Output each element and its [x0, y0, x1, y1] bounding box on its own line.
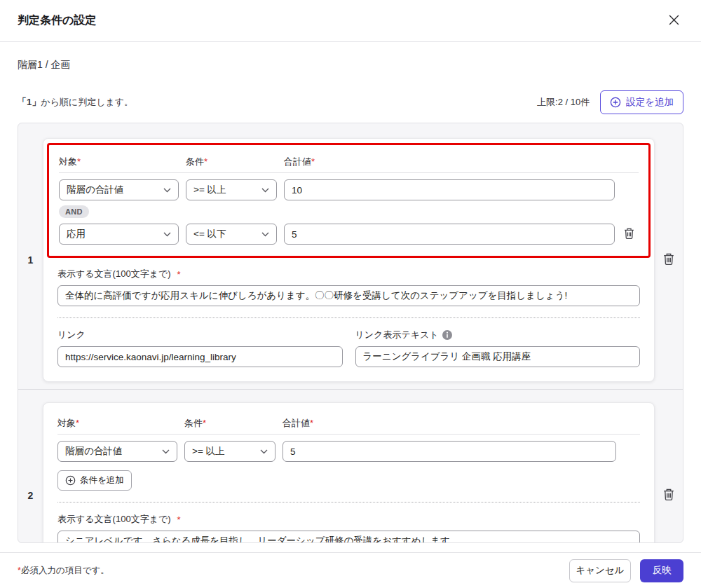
add-setting-label: 設定を追加 [626, 96, 674, 109]
card-trash-button[interactable] [661, 486, 676, 505]
total-column-label: 合計値* [284, 156, 615, 168]
condition-highlight-box: 対象* 条件* 合計値* 階層の合計値 >= 以上 [47, 143, 651, 258]
required-marker: * [203, 418, 206, 428]
modal-header: 判定条件の設定 [0, 0, 701, 42]
link-text-label: リンク表示テキスト [355, 329, 641, 341]
total-value-input[interactable] [284, 179, 615, 200]
required-marker: * [177, 514, 181, 525]
setting-card-1: 対象* 条件* 合計値* 階層の合計値 >= 以上 [43, 138, 655, 382]
target-column-label: 対象* [57, 417, 177, 430]
operator-select[interactable]: <= 以下 [186, 224, 277, 245]
link-url-input[interactable] [57, 346, 343, 367]
add-condition-label: 条件を追加 [80, 474, 124, 486]
target-column-label: 対象* [59, 156, 179, 168]
chevron-down-icon [163, 188, 171, 193]
order-note-number: 「1」 [18, 97, 41, 107]
condition-row: 応用 <= 以下 [59, 224, 639, 245]
required-marker: * [204, 156, 207, 167]
add-condition-button[interactable]: 条件を追加 [57, 470, 132, 491]
required-marker: * [310, 418, 313, 428]
chevron-down-icon [162, 449, 170, 454]
required-note: *必須入力の項目です。 [18, 565, 109, 577]
setting-row-2: 2 対象* 条件* 合計値* 階層の合計値 >= 以上 [18, 390, 683, 543]
plus-circle-icon [65, 475, 76, 486]
close-icon [669, 15, 679, 27]
required-marker: * [77, 156, 81, 167]
apply-button[interactable]: 反映 [640, 559, 683, 582]
link-label: リンク [57, 329, 343, 341]
target-select[interactable]: 階層の合計値 [57, 441, 177, 462]
judgment-condition-modal: { "header": { "title": "判定条件の設定" }, "bre… [0, 0, 701, 588]
trash-icon [663, 253, 674, 267]
section-divider [57, 317, 640, 318]
trash-icon [624, 228, 634, 241]
message-label: 表示する文言(100文字まで)* [57, 268, 640, 280]
link-text-input[interactable] [355, 346, 641, 367]
condition-header-row: 対象* 条件* 合計値* [59, 156, 639, 173]
chevron-down-icon [260, 449, 268, 454]
info-icon[interactable] [442, 330, 452, 340]
total-value-input[interactable] [284, 224, 615, 245]
add-setting-button[interactable]: 設定を追加 [600, 90, 683, 114]
modal-title: 判定条件の設定 [18, 13, 96, 28]
settings-list: 1 対象* 条件* 合計値* 階層の合計値 >= 以上 [18, 123, 683, 543]
close-button[interactable] [665, 11, 683, 32]
target-select[interactable]: 応用 [59, 224, 179, 245]
total-column-label: 合計値* [283, 417, 616, 430]
card-trash-button[interactable] [661, 251, 676, 269]
message-label: 表示する文言(100文字まで)* [57, 513, 640, 526]
total-value-input[interactable] [283, 441, 616, 462]
condition-row: 階層の合計値 >= 以上 [57, 441, 640, 462]
condition-header-row: 対象* 条件* 合計値* [57, 417, 640, 435]
toolbar: 「1」から順に判定します。 上限:2 / 10件 設定を追加 [18, 90, 683, 114]
breadcrumb: 階層1 / 企画 [18, 59, 683, 71]
operator-select[interactable]: >= 以上 [184, 441, 275, 462]
chevron-down-icon [163, 232, 171, 237]
operator-column-label: 条件* [186, 156, 277, 168]
row-number: 2 [18, 490, 43, 501]
plus-circle-icon [610, 97, 621, 108]
chevron-down-icon [261, 188, 269, 193]
cancel-button[interactable]: キャンセル [569, 559, 631, 582]
operator-select[interactable]: >= 以上 [186, 179, 277, 200]
required-marker: * [76, 418, 79, 428]
chevron-down-icon [261, 232, 269, 237]
limit-counter: 上限:2 / 10件 [537, 96, 590, 109]
required-marker: * [177, 269, 181, 280]
condition-row: 階層の合計値 >= 以上 [59, 179, 639, 200]
modal-footer: *必須入力の項目です。 キャンセル 反映 [0, 552, 701, 588]
message-input[interactable] [57, 531, 640, 543]
required-marker: * [311, 156, 315, 167]
row-number: 1 [18, 254, 43, 266]
trash-icon [663, 488, 674, 502]
order-note-text: から順に判定します。 [41, 97, 133, 107]
operator-column-label: 条件* [184, 417, 275, 430]
and-badge: AND [59, 205, 89, 218]
setting-card-2: 対象* 条件* 合計値* 階層の合計値 >= 以上 [43, 402, 655, 543]
section-divider [57, 502, 640, 502]
condition-trash-button[interactable] [622, 226, 639, 243]
order-note: 「1」から順に判定します。 [18, 96, 133, 109]
setting-row-1: 1 対象* 条件* 合計値* 階層の合計値 >= 以上 [18, 123, 683, 389]
target-select[interactable]: 階層の合計値 [59, 179, 179, 200]
message-input[interactable] [57, 285, 640, 306]
